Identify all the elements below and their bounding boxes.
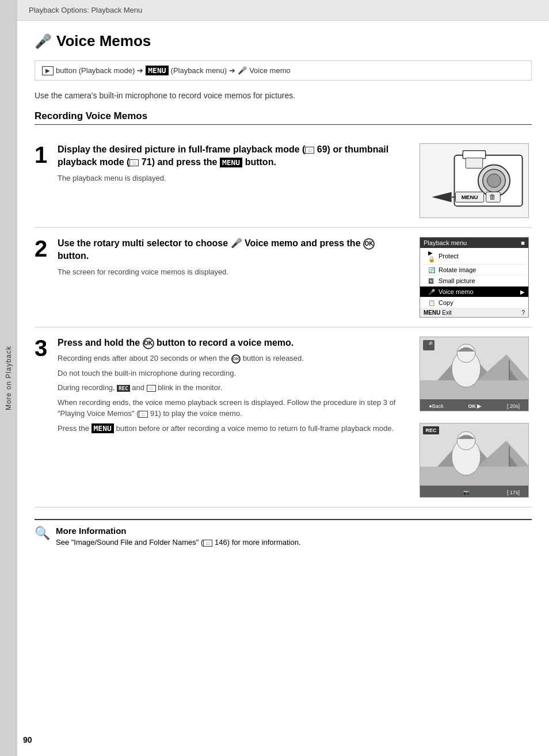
step-3-note4: When recording ends, the voice memo play… — [58, 397, 407, 419]
step-2-content: Use the rotary multi selector to choose … — [58, 237, 407, 277]
step-3: 3 Press and hold the OK button to record… — [35, 327, 532, 507]
protect-icon: ▶🔒 — [428, 250, 436, 262]
step-3-note5: Press the MENU button before or after re… — [58, 423, 407, 434]
step-2-image: Playback menu ■ ▶🔒 Protect 🔄 Rotate imag… — [417, 237, 532, 318]
step-2-title: Use the rotary multi selector to choose … — [58, 237, 407, 263]
voice-memo-arrow: ▶ — [520, 289, 525, 295]
menu-footer: MENU Exit ? — [420, 308, 528, 317]
mic-icon: 🎤 — [35, 33, 52, 49]
step-1-image: MENU 🗑 — [417, 143, 532, 218]
book-icon-91: □ — [139, 411, 148, 418]
menu-title-text: Playback menu — [424, 239, 467, 246]
menu-footer-exit: MENU Exit — [424, 310, 452, 316]
ok-btn-note: OK — [231, 354, 241, 364]
intro-text: Use the camera's built-in microphone to … — [35, 91, 532, 100]
more-info-section: 🔍 More Information See "Image/Sound File… — [35, 519, 532, 547]
copy-label: Copy — [439, 299, 453, 306]
svg-text:🎤: 🎤 — [425, 341, 433, 349]
svg-text:📷: 📷 — [463, 489, 470, 496]
small-icon: 🖼 — [428, 278, 436, 284]
page: More on Playback Playback Options: Playb… — [0, 0, 549, 756]
copy-icon: 📋 — [428, 300, 436, 306]
step-3-number: 3 — [35, 337, 52, 360]
page-number: 90 — [23, 735, 32, 744]
svg-text:[ 20s]: [ 20s] — [507, 403, 520, 409]
nav-box: ▶ button (Playback mode) ➔ MENU (Playbac… — [35, 60, 532, 81]
rotate-label: Rotate image — [439, 266, 476, 273]
section-heading: Recording Voice Memos — [35, 110, 532, 125]
menu-item-rotate[interactable]: 🔄 Rotate image — [420, 265, 528, 276]
step-3-note1: Recording ends after about 20 seconds or… — [58, 353, 407, 364]
nav-text2: (Playback menu) — [171, 66, 227, 75]
record-screen-2: REC 📷 [ 17s] — [420, 423, 529, 498]
step-1-title: Display the desired picture in full-fram… — [58, 143, 407, 169]
svg-text:●Back: ●Back — [429, 403, 444, 409]
playback-mode-text-2: playback mode — [58, 157, 124, 167]
menu-item-protect[interactable]: ▶🔒 Protect — [420, 248, 528, 265]
step-3-title: Press and hold the OK button to record a… — [58, 337, 407, 349]
svg-text:REC: REC — [425, 427, 437, 433]
step-2-number: 2 — [35, 237, 52, 260]
sidebar-label: More on Playback — [5, 346, 13, 410]
more-info-text: See "Image/Sound File and Folder Names" … — [56, 538, 301, 547]
step-1-content: Display the desired picture in full-fram… — [58, 143, 407, 184]
more-info-content: More Information See "Image/Sound File a… — [56, 526, 301, 547]
playback-mode-step3: playback mode — [341, 424, 391, 433]
step-1: 1 Display the desired picture in full-fr… — [35, 134, 532, 228]
nav-text1: button (Playback mode) — [56, 66, 135, 75]
small-label: Small picture — [439, 277, 475, 284]
more-info-icon: 🔍 — [35, 526, 50, 541]
sidebar: More on Playback — [0, 0, 17, 756]
menu-footer-help: ? — [521, 310, 525, 316]
steps-container: 1 Display the desired picture in full-fr… — [35, 134, 532, 507]
step-2-voice-memo: Voice memo — [245, 238, 298, 248]
svg-point-35 — [457, 432, 475, 450]
playback-menu-screenshot: Playback menu ■ ▶🔒 Protect 🔄 Rotate imag… — [420, 237, 529, 318]
header-bar: Playback Options: Playback Menu — [17, 0, 549, 21]
step-2: 2 Use the rotary multi selector to choos… — [35, 228, 532, 327]
playback-mode-text: playback mode — [233, 144, 300, 154]
page-title: 🎤 Voice Memos — [35, 32, 532, 50]
menu-title-bar: Playback menu ■ — [420, 238, 528, 248]
menu-item-small[interactable]: 🖼 Small picture — [420, 276, 528, 287]
nav-text3: Voice memo — [249, 66, 291, 75]
nav-arrow1: ➔ — [137, 66, 143, 75]
more-info-page: 146 — [215, 538, 227, 547]
menu-label-step3: MENU — [92, 423, 114, 433]
svg-rect-1 — [463, 151, 485, 159]
protect-label: Protect — [439, 253, 459, 259]
svg-point-20 — [457, 344, 475, 362]
more-info-title: More Information — [56, 526, 301, 536]
voice-memo-label: Voice memo — [439, 288, 474, 295]
rec-badge: REC — [117, 385, 129, 392]
main-content: Playback Options: Playback Menu 🎤 Voice … — [17, 0, 549, 756]
svg-text:OK ▶: OK ▶ — [468, 403, 482, 409]
record-screen-1: 🎤 ●Back OK ▶ [ 20s] — [420, 337, 529, 411]
content-area: 🎤 Voice Memos ▶ button (Playback mode) ➔… — [17, 21, 549, 756]
play-button-icon: ▶ — [42, 66, 54, 75]
menu-item-copy[interactable]: 📋 Copy — [420, 297, 528, 308]
rotate-icon: 🔄 — [428, 267, 436, 273]
step-3-note2: Do not touch the built-in microphone dur… — [58, 368, 407, 379]
camera-diagram: MENU 🗑 — [420, 143, 529, 218]
step-1-number: 1 — [35, 143, 52, 166]
menu-item-voice-memo[interactable]: 🎤 Voice memo ▶ — [420, 287, 528, 297]
book-icon-2: □ — [129, 159, 139, 166]
step-3-content: Press and hold the OK button to record a… — [58, 337, 407, 434]
svg-marker-10 — [432, 192, 451, 203]
svg-text:MENU: MENU — [462, 194, 478, 200]
svg-text:[ 17s]: [ 17s] — [507, 490, 520, 495]
book-icon-146: □ — [203, 540, 212, 547]
ok-button-step2: OK — [363, 238, 375, 250]
step-3-note3: During recording, REC and □ blink in the… — [58, 382, 407, 394]
menu-title-icon: ■ — [521, 239, 525, 246]
nav-arrow2: ➔ — [229, 66, 235, 75]
svg-rect-2 — [466, 158, 483, 169]
voice-memo-icon: 🎤 — [428, 289, 436, 295]
step2-mic-icon: 🎤 — [231, 238, 242, 248]
blink-icon: □ — [147, 385, 156, 392]
svg-text:🗑: 🗑 — [489, 193, 496, 201]
nav-menu-label: MENU — [146, 66, 168, 75]
nav-mic-icon: 🎤 — [238, 66, 247, 75]
svg-point-5 — [487, 174, 501, 188]
